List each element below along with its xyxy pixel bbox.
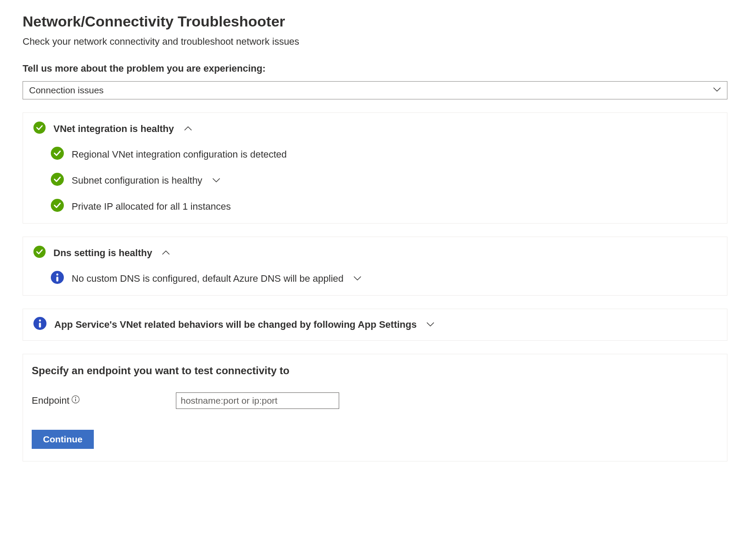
svg-point-2 (51, 173, 64, 186)
svg-rect-7 (56, 277, 59, 281)
vnet-item-label: Subnet configuration is healthy (72, 175, 202, 186)
endpoint-title: Specify an endpoint you want to test con… (32, 365, 718, 377)
chevron-down-icon (353, 275, 362, 283)
endpoint-panel: Specify an endpoint you want to test con… (23, 354, 727, 461)
vnet-item-privateip: Private IP allocated for all 1 instances (51, 199, 717, 214)
page-title: Network/Connectivity Troubleshooter (23, 13, 727, 30)
chevron-down-icon (426, 321, 435, 329)
check-icon (33, 122, 46, 136)
chevron-down-icon (713, 86, 721, 94)
vnet-panel: VNet integration is healthy Regional VNe… (23, 112, 727, 224)
endpoint-label: Endpoint (32, 395, 176, 406)
vnet-item-label: Private IP allocated for all 1 instances (72, 201, 231, 212)
page-subtitle: Check your network connectivity and trou… (23, 36, 727, 47)
chevron-up-icon (162, 249, 170, 257)
endpoint-label-text: Endpoint (32, 395, 69, 406)
endpoint-input[interactable] (176, 392, 339, 409)
problem-dropdown[interactable]: Connection issues (23, 81, 727, 99)
check-icon (51, 173, 64, 188)
vnet-panel-title: VNet integration is healthy (53, 123, 174, 135)
dropdown-selected-value: Connection issues (29, 85, 104, 96)
chevron-down-icon (212, 177, 221, 184)
svg-rect-10 (39, 323, 41, 327)
vnet-item-subnet[interactable]: Subnet configuration is healthy (51, 173, 717, 188)
dns-panel-title: Dns setting is healthy (53, 247, 152, 259)
svg-point-0 (33, 122, 46, 134)
svg-point-9 (39, 320, 41, 322)
dns-info-row[interactable]: No custom DNS is configured, default Azu… (51, 271, 717, 287)
dns-sub-list: No custom DNS is configured, default Azu… (33, 271, 717, 287)
chevron-up-icon (184, 125, 192, 133)
info-outline-icon[interactable] (71, 395, 80, 406)
svg-point-3 (51, 199, 64, 212)
svg-point-1 (51, 147, 64, 160)
appservice-text: App Service's VNet related behaviors wil… (54, 319, 416, 330)
vnet-panel-header[interactable]: VNet integration is healthy (33, 122, 717, 136)
svg-point-6 (56, 273, 59, 276)
appservice-row[interactable]: App Service's VNet related behaviors wil… (33, 317, 717, 333)
svg-point-4 (33, 246, 46, 258)
check-icon (33, 246, 46, 260)
svg-point-12 (75, 397, 76, 398)
appservice-panel[interactable]: App Service's VNet related behaviors wil… (23, 309, 727, 341)
check-icon (51, 199, 64, 214)
prompt-label: Tell us more about the problem you are e… (23, 63, 727, 74)
vnet-sub-list: Regional VNet integration configuration … (33, 147, 717, 214)
vnet-item-label: Regional VNet integration configuration … (72, 149, 287, 160)
continue-button[interactable]: Continue (32, 430, 94, 449)
info-icon (33, 317, 46, 333)
endpoint-row: Endpoint (32, 392, 718, 409)
check-icon (51, 147, 64, 162)
svg-rect-13 (75, 399, 76, 402)
dns-panel-header[interactable]: Dns setting is healthy (33, 246, 717, 260)
dns-panel: Dns setting is healthy No custom DNS is … (23, 237, 727, 296)
dns-info-text: No custom DNS is configured, default Azu… (72, 273, 344, 284)
info-icon (51, 271, 64, 287)
vnet-item-regional: Regional VNet integration configuration … (51, 147, 717, 162)
